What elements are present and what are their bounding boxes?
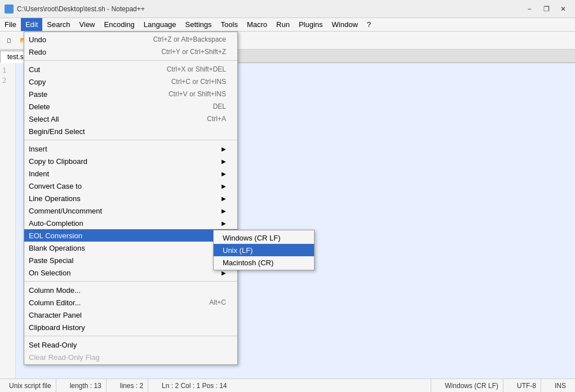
app-icon: [5, 5, 14, 14]
menu-set-readonly[interactable]: Set Read-Only: [24, 338, 237, 351]
sep-4: [24, 336, 237, 336]
menu-file[interactable]: File: [0, 18, 21, 31]
menu-clipboard-history[interactable]: Clipboard History: [24, 321, 237, 333]
minimize-button[interactable]: −: [522, 3, 537, 15]
title-bar-text: C:\Users\root\Desktop\test.sh - Notepad+…: [17, 5, 522, 13]
menu-copy[interactable]: Copy Ctrl+C or Ctrl+INS: [24, 75, 237, 88]
menu-insert[interactable]: Insert ▶: [24, 142, 237, 155]
menu-help[interactable]: ?: [362, 18, 375, 31]
menu-undo[interactable]: Undo Ctrl+Z or Alt+Backspace: [24, 33, 237, 46]
menu-convert-case[interactable]: Convert Case to ▶: [24, 180, 237, 192]
menu-comment-uncomment[interactable]: Comment/Uncomment ▶: [24, 204, 237, 217]
window-controls: − ❐ ✕: [522, 3, 570, 15]
menu-delete[interactable]: Delete DEL: [24, 100, 237, 113]
menu-begin-end-select[interactable]: Begin/End Select: [24, 125, 237, 137]
title-bar: C:\Users\root\Desktop\test.sh - Notepad+…: [0, 0, 575, 18]
menu-language[interactable]: Language: [139, 18, 181, 31]
menu-copy-to-clipboard[interactable]: Copy to Clipboard ▶: [24, 155, 237, 167]
menu-macro[interactable]: Macro: [242, 18, 272, 31]
submenu-unix-lf[interactable]: Unix (LF): [214, 244, 314, 256]
menu-cut[interactable]: Cut Ctrl+X or Shift+DEL: [24, 63, 237, 75]
submenu-macintosh-cr[interactable]: Macintosh (CR): [214, 256, 314, 269]
menu-select-all[interactable]: Select All Ctrl+A: [24, 113, 237, 125]
sep-2: [24, 140, 237, 140]
menu-column-editor[interactable]: Column Editor... Alt+C: [24, 296, 237, 309]
menu-redo[interactable]: Redo Ctrl+Y or Ctrl+Shift+Z: [24, 46, 237, 58]
menu-bar: File Edit Search View Encoding Language …: [0, 18, 575, 32]
sep-3: [24, 281, 237, 282]
dropdown-overlay: Undo Ctrl+Z or Alt+Backspace Redo Ctrl+Y…: [0, 32, 575, 392]
menu-clear-readonly[interactable]: Clear Read-Only Flag: [24, 351, 237, 363]
menu-character-panel[interactable]: Character Panel: [24, 309, 237, 321]
restore-button[interactable]: ❐: [539, 3, 554, 15]
menu-run[interactable]: Run: [272, 18, 294, 31]
menu-indent[interactable]: Indent ▶: [24, 167, 237, 180]
menu-on-selection[interactable]: On Selection ▶: [24, 266, 237, 279]
menu-paste[interactable]: Paste Ctrl+V or Shift+INS: [24, 88, 237, 100]
menu-line-operations[interactable]: Line Operations ▶: [24, 192, 237, 204]
menu-paste-special[interactable]: Paste Special ▶: [24, 254, 237, 266]
edit-dropdown-menu: Undo Ctrl+Z or Alt+Backspace Redo Ctrl+Y…: [24, 32, 238, 365]
menu-eol-conversion[interactable]: EOL Conversion ▶: [24, 229, 237, 242]
menu-window[interactable]: Window: [328, 18, 362, 31]
menu-tools[interactable]: Tools: [216, 18, 242, 31]
sep-1: [24, 60, 237, 61]
menu-auto-completion[interactable]: Auto-Completion ▶: [24, 217, 237, 229]
close-button[interactable]: ✕: [556, 3, 570, 15]
menu-plugins[interactable]: Plugins: [294, 18, 328, 31]
menu-edit[interactable]: Edit: [21, 18, 42, 31]
eol-submenu: Windows (CR LF) Unix (LF) Macintosh (CR): [213, 230, 315, 270]
menu-blank-operations[interactable]: Blank Operations ▶: [24, 242, 237, 254]
menu-encoding[interactable]: Encoding: [100, 18, 139, 31]
menu-search[interactable]: Search: [42, 18, 74, 31]
menu-settings[interactable]: Settings: [181, 18, 216, 31]
submenu-windows-crlf[interactable]: Windows (CR LF): [214, 231, 314, 244]
menu-column-mode[interactable]: Column Mode...: [24, 284, 237, 296]
menu-view[interactable]: View: [75, 18, 100, 31]
